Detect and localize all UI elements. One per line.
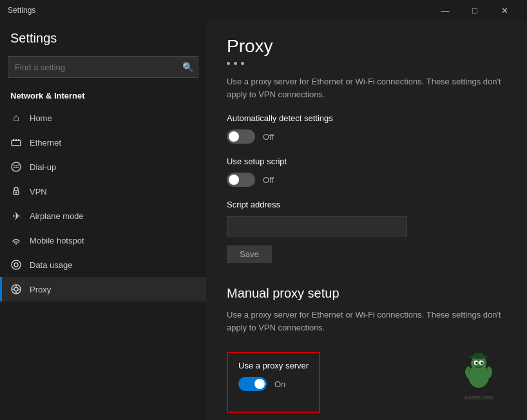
svg-point-32 bbox=[478, 365, 480, 366]
setup-script-knob bbox=[229, 175, 239, 185]
nav-dots bbox=[227, 62, 506, 65]
datausage-icon bbox=[10, 259, 22, 271]
setup-script-status: Off bbox=[263, 175, 274, 185]
sidebar-section-label: Network & Internet bbox=[0, 86, 206, 106]
dot-2 bbox=[234, 62, 237, 65]
sidebar-item-vpn-label: VPN bbox=[30, 187, 47, 196]
title-bar: Settings — □ ✕ bbox=[0, 0, 527, 21]
auto-detect-knob bbox=[229, 131, 239, 142]
mascot-icon bbox=[463, 352, 495, 390]
proxy-server-toggle[interactable] bbox=[238, 377, 267, 391]
hotspot-icon bbox=[10, 234, 22, 246]
auto-detect-label: Automatically detect settings bbox=[227, 113, 506, 123]
vpn-icon bbox=[10, 186, 22, 197]
page-title: Proxy bbox=[227, 36, 506, 57]
svg-point-31 bbox=[482, 362, 483, 363]
sidebar-item-proxy-label: Proxy bbox=[30, 285, 51, 294]
setup-script-label: Use setup script bbox=[227, 157, 506, 166]
proxy-server-status: On bbox=[274, 379, 285, 389]
svg-rect-0 bbox=[12, 140, 21, 146]
ethernet-icon bbox=[10, 137, 22, 148]
sidebar-header: Settings bbox=[0, 21, 206, 51]
airplane-icon: ✈ bbox=[10, 210, 22, 222]
manual-proxy-description: Use a proxy server for Ethernet or Wi-Fi… bbox=[227, 309, 506, 334]
sidebar-item-vpn[interactable]: VPN bbox=[0, 179, 206, 204]
maximize-button[interactable]: □ bbox=[460, 0, 490, 21]
svg-point-5 bbox=[14, 165, 15, 166]
auto-detect-row: Off bbox=[227, 129, 506, 144]
proxy-server-label: Use a proxy server bbox=[238, 361, 309, 370]
title-bar-controls: — □ ✕ bbox=[430, 0, 519, 21]
sidebar: Settings 🔍 Network & Internet ⌂ Home bbox=[0, 21, 206, 420]
proxy-server-highlight-box: Use a proxy server On bbox=[227, 352, 320, 413]
search-box: 🔍 bbox=[8, 56, 198, 78]
svg-point-8 bbox=[14, 167, 15, 168]
auto-detect-status: Off bbox=[263, 132, 274, 142]
svg-point-14 bbox=[12, 260, 21, 269]
setup-script-row: Off bbox=[227, 173, 506, 187]
settings-window: Settings — □ ✕ Settings 🔍 Network & Inte… bbox=[0, 0, 527, 420]
sidebar-item-hotspot-label: Mobile hotspot bbox=[30, 236, 84, 245]
manual-proxy-title: Manual proxy setup bbox=[227, 286, 506, 301]
proxy-server-knob bbox=[254, 379, 265, 389]
main-layout: Settings 🔍 Network & Internet ⌂ Home bbox=[0, 21, 527, 420]
svg-point-6 bbox=[15, 165, 17, 166]
sidebar-item-proxy[interactable]: Proxy bbox=[0, 277, 206, 301]
svg-point-13 bbox=[15, 243, 17, 244]
close-button[interactable]: ✕ bbox=[490, 0, 519, 21]
minimize-button[interactable]: — bbox=[430, 0, 460, 21]
svg-point-12 bbox=[15, 192, 17, 194]
proxy-description: Use a proxy server for Ethernet or Wi-Fi… bbox=[227, 75, 506, 100]
sidebar-item-dialup-label: Dial-up bbox=[30, 162, 56, 172]
dialup-icon bbox=[10, 161, 22, 173]
search-icon[interactable]: 🔍 bbox=[182, 62, 193, 72]
setup-script-toggle[interactable] bbox=[227, 173, 255, 187]
script-address-label: Script address bbox=[227, 200, 506, 209]
sidebar-item-datausage[interactable]: Data usage bbox=[0, 253, 206, 277]
mascot-watermark: wxsdn.com bbox=[463, 352, 495, 401]
svg-rect-3 bbox=[18, 139, 19, 141]
svg-rect-1 bbox=[13, 139, 14, 141]
search-input[interactable] bbox=[8, 56, 198, 78]
sidebar-item-datausage-label: Data usage bbox=[30, 260, 73, 270]
save-button[interactable]: Save bbox=[227, 245, 272, 263]
window-title: Settings bbox=[8, 6, 430, 15]
sidebar-item-dialup[interactable]: Dial-up bbox=[0, 155, 206, 179]
sidebar-item-home[interactable]: ⌂ Home bbox=[0, 106, 206, 130]
svg-point-10 bbox=[17, 167, 19, 168]
proxy-server-row: On bbox=[238, 377, 309, 391]
svg-point-30 bbox=[477, 362, 478, 363]
sidebar-item-home-label: Home bbox=[30, 113, 52, 123]
script-address-input[interactable] bbox=[227, 216, 407, 236]
svg-point-7 bbox=[17, 165, 19, 166]
home-icon: ⌂ bbox=[10, 112, 22, 124]
dot-3 bbox=[241, 62, 244, 65]
sidebar-item-ethernet[interactable]: Ethernet bbox=[0, 130, 206, 155]
svg-rect-25 bbox=[474, 353, 483, 358]
svg-point-9 bbox=[15, 167, 17, 168]
sidebar-item-airplane[interactable]: ✈ Airplane mode bbox=[0, 204, 206, 228]
sidebar-item-airplane-label: Airplane mode bbox=[30, 211, 84, 221]
sidebar-item-ethernet-label: Ethernet bbox=[30, 138, 61, 148]
auto-detect-toggle[interactable] bbox=[227, 129, 255, 144]
watermark-text: wxsdn.com bbox=[463, 394, 495, 401]
svg-rect-2 bbox=[15, 139, 17, 141]
proxy-icon bbox=[10, 283, 22, 295]
content-area: Proxy Use a proxy server for Ethernet or… bbox=[206, 21, 527, 420]
dot-1 bbox=[227, 62, 230, 65]
svg-point-17 bbox=[14, 287, 18, 291]
svg-point-15 bbox=[14, 263, 18, 267]
sidebar-item-hotspot[interactable]: Mobile hotspot bbox=[0, 228, 206, 253]
